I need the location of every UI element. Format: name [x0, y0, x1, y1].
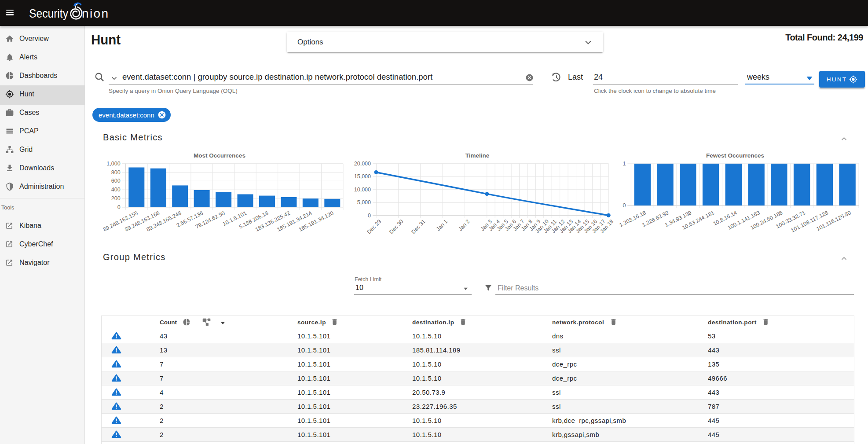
svg-text:20,000: 20,000 — [354, 161, 371, 167]
svg-text:400: 400 — [111, 187, 121, 193]
svg-text:Jan 1: Jan 1 — [435, 218, 449, 232]
svg-text:800: 800 — [111, 169, 121, 176]
svg-text:1,000: 1,000 — [106, 161, 120, 167]
svg-text:0: 0 — [623, 202, 626, 209]
svg-text:Fewest Occurrences: Fewest Occurrences — [706, 152, 764, 159]
svg-text:0: 0 — [368, 213, 371, 219]
svg-text:Dec 30: Dec 30 — [388, 218, 405, 235]
svg-text:600: 600 — [111, 178, 121, 184]
svg-text:15,000: 15,000 — [354, 173, 371, 180]
svg-text:Jan 2: Jan 2 — [457, 218, 471, 232]
svg-text:200: 200 — [111, 195, 121, 202]
svg-text:5,000: 5,000 — [357, 199, 371, 205]
svg-text:1: 1 — [623, 161, 626, 167]
svg-text:0: 0 — [117, 204, 121, 210]
svg-text:10,000: 10,000 — [354, 187, 371, 193]
svg-text:Dec 31: Dec 31 — [410, 218, 427, 235]
svg-text:89.248.163.155: 89.248.163.155 — [102, 210, 139, 233]
svg-text:Dec 29: Dec 29 — [366, 218, 383, 235]
svg-text:Most Occurrences: Most Occurrences — [194, 152, 245, 159]
svg-text:Timeline: Timeline — [465, 152, 490, 159]
